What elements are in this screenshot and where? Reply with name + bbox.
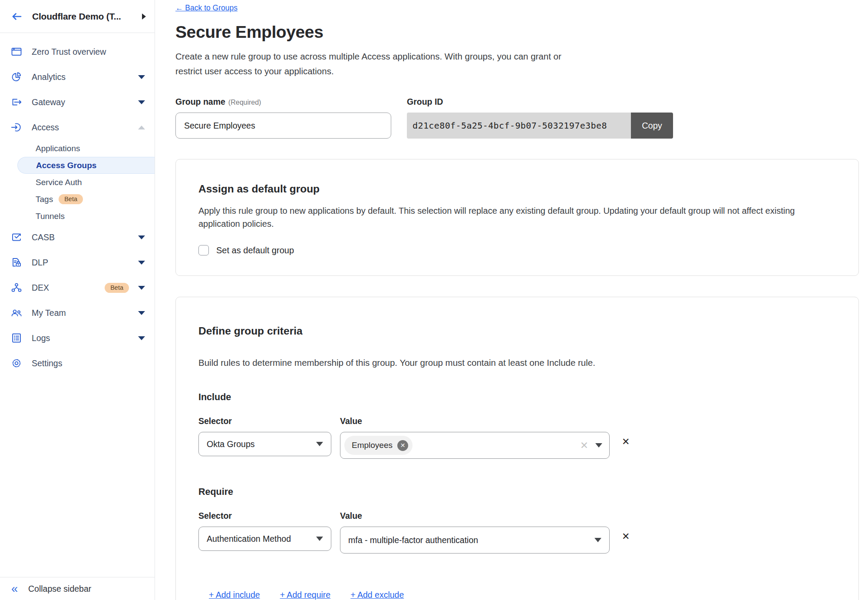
chevron-down-icon[interactable] [138,100,145,104]
default-group-description: Apply this rule group to new application… [198,204,834,230]
group-name-label: Group name [175,97,225,106]
sidebar: Cloudflare Demo (T... Zero Trust overvie… [0,0,155,600]
chevron-down-icon[interactable] [138,286,145,290]
beta-badge: Beta [59,194,83,204]
dlp-icon [10,256,23,269]
sidebar-item-logs[interactable]: Logs [0,325,155,351]
require-labels: Selector Value [198,511,834,521]
sidebar-item-applications[interactable]: Applications [0,140,155,157]
sidebar-item-analytics[interactable]: Analytics [0,64,155,90]
page-description: Create a new rule group to use across mu… [175,49,588,79]
team-icon [10,307,23,319]
include-labels: Selector Value [198,416,834,426]
account-title: Cloudflare Demo (T... [32,11,133,22]
require-selector-dropdown[interactable]: Authentication Method [198,527,331,551]
clear-values-icon[interactable]: ✕ [580,441,588,451]
back-arrow-icon[interactable] [10,10,23,23]
include-rule-row: Okta Groups Employees ✕ ✕ ✕ [198,432,834,459]
default-group-title: Assign as default group [198,183,834,195]
sidebar-item-my-team[interactable]: My Team [0,300,155,325]
sidebar-item-tunnels[interactable]: Tunnels [0,208,155,225]
include-value-label: Value [340,416,362,426]
sidebar-item-zero-trust-overview[interactable]: Zero Trust overview [0,39,155,64]
require-value-label: Value [340,511,362,521]
require-value-dropdown[interactable]: mfa - multiple-factor authentication [340,527,610,554]
chevron-right-icon[interactable] [142,13,146,20]
gateway-icon [10,96,23,108]
chevron-down-icon [595,443,602,448]
chevron-down-icon [316,537,323,541]
dex-icon [10,282,23,294]
overview-icon [10,46,23,58]
group-name-input[interactable] [175,113,391,139]
page-title: Secure Employees [175,23,868,42]
group-id-label: Group ID [407,97,673,107]
casb-icon [10,231,23,243]
sidebar-item-casb[interactable]: CASB [0,225,155,250]
chevron-down-icon [316,442,323,446]
logs-icon [10,332,23,344]
sidebar-item-dex[interactable]: DEX Beta [0,275,155,300]
criteria-description: Build rules to determine membership of t… [198,356,834,369]
sidebar-item-settings[interactable]: Settings [0,351,155,376]
back-to-groups-link[interactable]: ← Back to Groups [175,3,238,13]
criteria-card: Define group criteria Build rules to det… [175,297,859,600]
gear-icon [10,357,23,369]
default-group-checkbox-row: Set as default group [198,245,834,255]
analytics-icon [10,71,23,83]
sidebar-item-tags[interactable]: Tags Beta [0,191,155,208]
require-selector-label: Selector [198,511,340,521]
chevron-down-icon[interactable] [138,261,145,265]
include-heading: Include [198,392,834,403]
include-value-multiselect[interactable]: Employees ✕ ✕ [340,432,610,459]
require-heading: Require [198,487,834,497]
include-selector-label: Selector [198,416,340,426]
value-tag: Employees ✕ [344,436,413,455]
rule-actions: + Add include + Add require + Add exclud… [209,590,834,600]
add-include-link[interactable]: + Add include [209,590,260,600]
remove-require-rule-button[interactable]: ✕ [622,532,630,541]
access-icon [10,121,23,133]
sidebar-item-access-groups[interactable]: Access Groups [17,157,155,174]
default-group-card: Assign as default group Apply this rule … [175,159,859,276]
group-id-field: Group ID d21ce80f-5a25-4bcf-9b07-5032197… [407,97,673,139]
sidebar-item-dlp[interactable]: DLP [0,250,155,275]
main-content: ← Back to Groups Secure Employees Create… [155,0,868,600]
chevron-down-icon[interactable] [138,336,145,340]
required-hint: (Required) [228,99,261,106]
set-default-checkbox[interactable] [198,245,209,255]
sidebar-item-service-auth[interactable]: Service Auth [0,174,155,191]
group-name-field: Group name(Required) [175,97,407,139]
sidebar-header: Cloudflare Demo (T... [0,0,155,33]
sidebar-item-access[interactable]: Access [0,115,155,140]
chevron-down-icon[interactable] [138,311,145,315]
chevron-down-icon [594,538,601,542]
sidebar-item-gateway[interactable]: Gateway [0,90,155,115]
remove-include-rule-button[interactable]: ✕ [622,437,630,447]
include-selector-dropdown[interactable]: Okta Groups [198,432,331,456]
copy-button[interactable]: Copy [631,113,673,139]
add-exclude-link[interactable]: + Add exclude [350,590,404,600]
tag-remove-icon[interactable]: ✕ [397,440,408,451]
collapse-sidebar-button[interactable]: « Collapse sidebar [0,577,155,600]
chevron-down-icon[interactable] [138,235,145,239]
add-require-link[interactable]: + Add require [280,590,331,600]
require-rule-row: Authentication Method mfa - multiple-fac… [198,527,834,554]
beta-badge: Beta [105,283,129,293]
chevron-down-icon[interactable] [138,75,145,79]
group-id-value: d21ce80f-5a25-4bcf-9b07-5032197e3be8 [407,113,631,139]
sidebar-nav: Zero Trust overview Analytics Gateway [0,33,155,577]
access-sub-list: Applications Access Groups Service Auth … [0,140,155,225]
set-default-label: Set as default group [216,245,294,255]
collapse-icon: « [11,583,18,595]
group-form-row: Group name(Required) Group ID d21ce80f-5… [175,97,868,139]
chevron-up-icon[interactable] [138,126,145,129]
criteria-title: Define group criteria [198,325,834,337]
